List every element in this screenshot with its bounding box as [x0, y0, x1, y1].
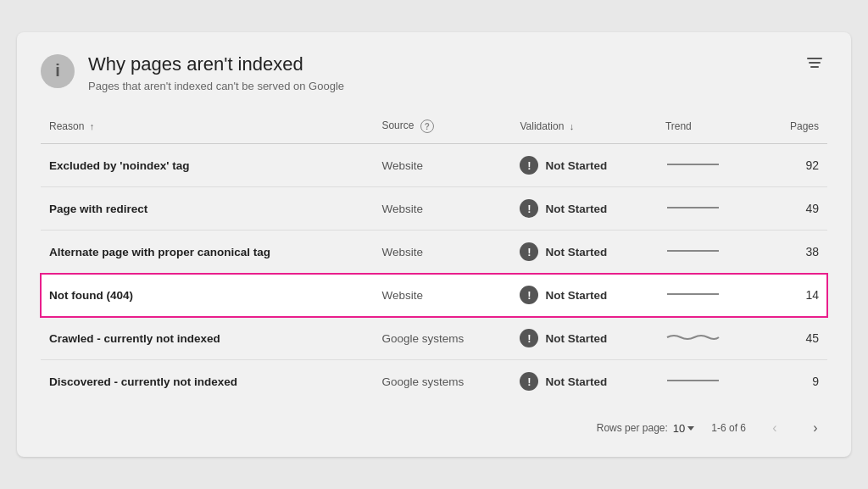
- cell-reason: Alternate page with proper canonical tag: [41, 231, 373, 274]
- card-header: i Why pages aren't indexed Pages that ar…: [41, 53, 827, 93]
- table-footer: Rows per page: 10 1-6 of 6 ‹ ›: [41, 416, 827, 440]
- validation-text: Not Started: [545, 246, 607, 258]
- prev-page-button[interactable]: ‹: [763, 416, 787, 440]
- trend-flat-icon: [665, 159, 721, 169]
- cell-trend: [657, 317, 764, 360]
- trend-wavy-icon: [665, 332, 721, 342]
- cell-source: Website: [373, 274, 511, 317]
- cell-validation: !Not Started: [511, 231, 656, 274]
- validation-sort-icon: ↓: [570, 121, 575, 131]
- cell-pages: 92: [764, 144, 827, 187]
- trend-flat-icon: [665, 203, 721, 213]
- validation-text: Not Started: [545, 289, 607, 302]
- cell-trend: [657, 144, 764, 187]
- cell-source: Google systems: [373, 317, 511, 360]
- trend-flat-icon: [665, 289, 721, 299]
- cell-trend: [657, 187, 764, 231]
- rows-per-page-section: Rows per page: 10: [597, 422, 695, 435]
- cell-pages: 9: [764, 360, 827, 403]
- cell-reason: Discovered - currently not indexed: [41, 360, 373, 403]
- cell-pages: 45: [764, 317, 827, 360]
- rows-per-page-select[interactable]: 10: [673, 422, 694, 435]
- page-info: 1-6 of 6: [711, 422, 746, 434]
- card-subtitle: Pages that aren't indexed can't be serve…: [88, 80, 344, 92]
- cell-validation: !Not Started: [511, 360, 656, 403]
- validation-text: Not Started: [545, 332, 607, 345]
- validation-text: Not Started: [545, 375, 607, 388]
- cell-validation: !Not Started: [511, 187, 656, 231]
- not-started-icon: !: [520, 242, 538, 261]
- cell-validation: !Not Started: [511, 317, 656, 360]
- card-title: Why pages aren't indexed: [88, 53, 344, 77]
- filter-button[interactable]: [802, 53, 827, 73]
- cell-source: Google systems: [373, 360, 511, 403]
- col-trend: Trend: [657, 113, 764, 144]
- index-table: Reason ↑ Source ? Validation ↓ Trend Pag…: [41, 113, 827, 403]
- table-row[interactable]: Not found (404)Website!Not Started14: [41, 274, 827, 317]
- not-started-icon: !: [520, 199, 538, 218]
- cell-trend: [657, 274, 764, 317]
- col-pages: Pages: [764, 113, 827, 144]
- cell-source: Website: [373, 144, 511, 187]
- col-validation: Validation ↓: [511, 113, 656, 144]
- cell-reason: Not found (404): [41, 274, 373, 317]
- header-left: i Why pages aren't indexed Pages that ar…: [41, 53, 344, 93]
- source-help-icon[interactable]: ?: [420, 119, 434, 133]
- table-row[interactable]: Excluded by 'noindex' tagWebsite!Not Sta…: [41, 144, 827, 187]
- not-started-icon: !: [520, 329, 538, 347]
- cell-pages: 14: [764, 274, 827, 317]
- next-page-button[interactable]: ›: [804, 416, 827, 440]
- validation-text: Not Started: [545, 159, 607, 172]
- cell-validation: !Not Started: [511, 274, 656, 317]
- table-row[interactable]: Discovered - currently not indexedGoogle…: [41, 360, 827, 403]
- reason-sort-icon: ↑: [90, 121, 95, 131]
- col-reason: Reason ↑: [41, 113, 373, 144]
- not-started-icon: !: [520, 156, 538, 175]
- info-icon: i: [41, 54, 75, 88]
- cell-reason: Page with redirect: [41, 187, 373, 231]
- cell-reason: Excluded by 'noindex' tag: [41, 144, 373, 187]
- table-row[interactable]: Crawled - currently not indexedGoogle sy…: [41, 317, 827, 360]
- cell-source: Website: [373, 187, 511, 231]
- cell-pages: 38: [764, 231, 827, 274]
- table-row[interactable]: Page with redirectWebsite!Not Started49: [41, 187, 827, 231]
- trend-flat-icon: [665, 375, 721, 386]
- cell-source: Website: [373, 231, 511, 274]
- cell-pages: 49: [764, 187, 827, 231]
- cell-validation: !Not Started: [511, 144, 656, 187]
- not-started-icon: !: [520, 372, 538, 391]
- chevron-down-icon: [687, 426, 694, 431]
- validation-text: Not Started: [545, 203, 607, 215]
- cell-reason: Crawled - currently not indexed: [41, 317, 373, 360]
- rows-per-page-label: Rows per page:: [597, 422, 668, 434]
- rows-per-page-value: 10: [673, 422, 685, 435]
- not-started-icon: !: [520, 286, 538, 304]
- main-card: i Why pages aren't indexed Pages that ar…: [17, 32, 851, 458]
- trend-flat-icon: [665, 246, 721, 256]
- cell-trend: [657, 360, 764, 403]
- col-source: Source ?: [373, 113, 511, 144]
- table-header-row: Reason ↑ Source ? Validation ↓ Trend Pag…: [41, 113, 827, 144]
- header-text: Why pages aren't indexed Pages that aren…: [88, 53, 344, 93]
- table-row[interactable]: Alternate page with proper canonical tag…: [41, 231, 827, 274]
- cell-trend: [657, 231, 764, 274]
